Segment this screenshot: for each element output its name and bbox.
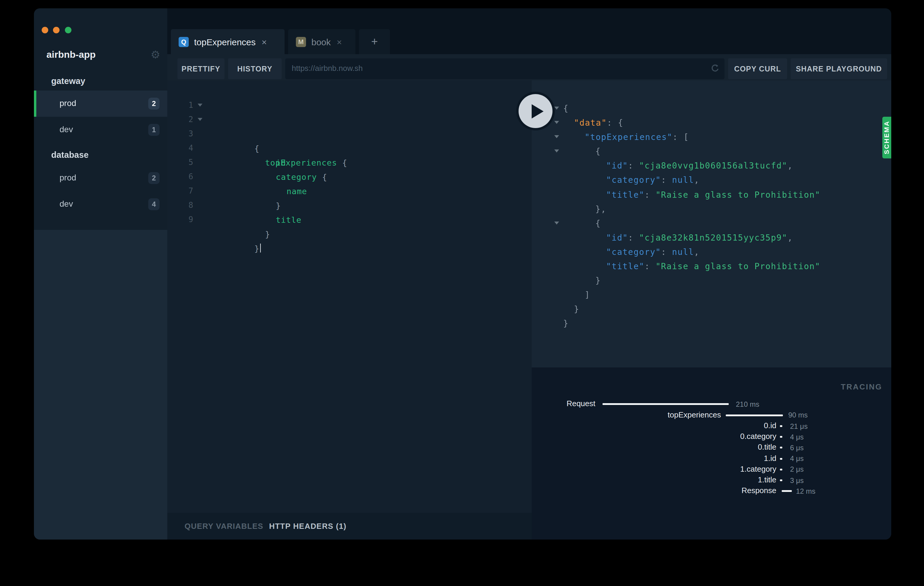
new-tab-button[interactable]: + — [359, 29, 390, 54]
sidebar: airbnb-app ⚙ gateway prod 2 dev 1 databa… — [34, 8, 167, 540]
json-line: "id": "cja8e0vvg1b060156al3tucfd", — [532, 159, 891, 173]
trace-row-1-category: 1.category 2 μs — [532, 464, 891, 475]
execute-query-button[interactable] — [516, 92, 555, 130]
line-number: 5 — [167, 155, 193, 170]
line-number: 4 — [167, 141, 193, 155]
line-number: 9 — [167, 213, 193, 227]
traffic-light-zoom-icon[interactable] — [65, 27, 71, 33]
mutation-badge-icon: M — [296, 36, 306, 47]
copy-curl-button[interactable]: COPY CURL — [728, 58, 787, 79]
json-line: "topExperiences": [ — [532, 130, 891, 144]
workspace-gear-icon[interactable]: ⚙ — [151, 49, 160, 61]
editor-line: 7 title — [167, 184, 532, 198]
chevron-down-icon[interactable] — [198, 104, 203, 107]
query-variables-tab[interactable]: QUERY VARIABLES — [185, 522, 264, 531]
editor-line: 9 } — [167, 213, 532, 227]
chevron-down-icon[interactable] — [554, 150, 559, 153]
count-badge: 1 — [148, 124, 160, 136]
query-editor-lines: 1 { 2 topExperiences { 3 id 4 category { — [167, 98, 532, 227]
line-number: 2 — [167, 112, 193, 127]
json-line: } — [532, 317, 891, 331]
sidebar-section-gateway: gateway — [51, 76, 85, 86]
trace-row-1-id: 1.id 4 μs — [532, 454, 891, 464]
count-badge: 2 — [148, 172, 160, 184]
json-line: { — [532, 101, 891, 116]
sidebar-bottom-section: + NEW WORKSPACE — [34, 230, 167, 540]
sidebar-top-section: airbnb-app ⚙ gateway prod 2 dev 1 databa… — [34, 8, 167, 230]
trace-row-topexperiences: topExperiences 90 ms — [532, 410, 891, 421]
trace-bar — [780, 425, 782, 427]
http-headers-tab[interactable]: HTTP HEADERS (1) — [269, 522, 346, 531]
trace-row-request: Request 210 ms — [532, 399, 891, 410]
editor-line: 4 category { — [167, 141, 532, 155]
tab-bar: Q topExperiences × M book × + ⚙ — [167, 8, 891, 54]
sidebar-section-database: database — [51, 150, 89, 160]
response-panel: { "data": { "topExperiences": [ { "id": … — [532, 80, 891, 367]
tracing-title: TRACING — [841, 382, 882, 391]
json-line: "data": { — [532, 116, 891, 130]
json-line: "category": null, — [532, 245, 891, 259]
json-line: "category": null, — [532, 173, 891, 187]
chevron-down-icon[interactable] — [554, 107, 559, 110]
json-line: }, — [532, 201, 891, 216]
share-playground-button[interactable]: SHARE PLAYGROUND — [790, 58, 887, 79]
play-icon — [530, 104, 545, 119]
editor-line: 6 } — [167, 170, 532, 184]
tab-book[interactable]: M book × — [288, 29, 355, 54]
editor-line: 3 id — [167, 127, 532, 141]
chevron-down-icon[interactable] — [198, 118, 203, 121]
history-button[interactable]: HISTORY — [228, 58, 282, 79]
count-badge: 4 — [148, 198, 160, 210]
tracing-panel: TRACING Request 210 ms topExperiences 90… — [532, 367, 891, 540]
editor-bottom-bar: QUERY VARIABLES HTTP HEADERS (1) — [167, 513, 532, 540]
trace-row-0-id: 0.id 21 μs — [532, 421, 891, 432]
chevron-down-icon[interactable] — [554, 135, 559, 138]
json-line: { — [532, 144, 891, 159]
schema-side-tab[interactable]: SCHEMA — [882, 117, 891, 158]
chevron-down-icon[interactable] — [554, 121, 559, 124]
traffic-light-minimize-icon[interactable] — [53, 27, 59, 33]
editor-line: 8 } — [167, 198, 532, 213]
screen: airbnb-app ⚙ gateway prod 2 dev 1 databa… — [0, 0, 924, 586]
trace-bar — [602, 403, 729, 405]
reload-icon[interactable] — [710, 64, 720, 76]
editor-line: 2 topExperiences { — [167, 112, 532, 127]
text-cursor — [260, 244, 261, 253]
close-icon[interactable]: × — [262, 36, 267, 47]
trace-row-1-title: 1.title 3 μs — [532, 475, 891, 486]
trace-row-0-title: 0.title 6 μs — [532, 442, 891, 453]
trace-bar — [780, 447, 782, 449]
line-number: 1 — [167, 98, 193, 112]
sidebar-item-database-dev[interactable]: dev 4 — [34, 191, 167, 217]
trace-bar — [780, 469, 782, 470]
json-line: "title": "Raise a glass to Prohibition" — [532, 187, 891, 201]
chevron-down-icon[interactable] — [554, 221, 559, 224]
sidebar-item-gateway-prod[interactable]: prod 2 — [34, 91, 167, 117]
prettify-button[interactable]: PRETTIFY — [177, 58, 224, 79]
trace-bar — [780, 458, 782, 459]
query-editor[interactable]: 1 { 2 topExperiences { 3 id 4 category { — [167, 80, 532, 513]
sidebar-item-gateway-dev[interactable]: dev 1 — [34, 117, 167, 143]
editor-line: 1 { — [167, 98, 532, 112]
trace-bar — [726, 414, 783, 416]
traffic-light-close-icon[interactable] — [42, 27, 48, 33]
editor-line: 5 name — [167, 155, 532, 170]
trace-row-0-category: 0.category 4 μs — [532, 432, 891, 442]
tab-topexperiences[interactable]: Q topExperiences × — [171, 29, 285, 54]
line-number: 7 — [167, 184, 193, 198]
trace-bar — [780, 479, 782, 481]
json-line: ] — [532, 288, 891, 302]
json-line: { — [532, 216, 891, 231]
trace-bar — [780, 436, 782, 438]
graphql-playground-window: airbnb-app ⚙ gateway prod 2 dev 1 databa… — [34, 8, 891, 540]
workspace-title: airbnb-app — [46, 50, 96, 60]
json-line: } — [532, 273, 891, 288]
response-json: { "data": { "topExperiences": [ { "id": … — [532, 101, 891, 331]
json-line: } — [532, 302, 891, 317]
endpoint-url-input[interactable]: https://airbnb.now.sh — [285, 58, 724, 79]
close-icon[interactable]: × — [337, 36, 342, 47]
json-line: "id": "cja8e32k81n5201515yyc35p9", — [532, 231, 891, 245]
sidebar-item-database-prod[interactable]: prod 2 — [34, 165, 167, 191]
line-number: 3 — [167, 127, 193, 141]
line-number: 6 — [167, 170, 193, 184]
